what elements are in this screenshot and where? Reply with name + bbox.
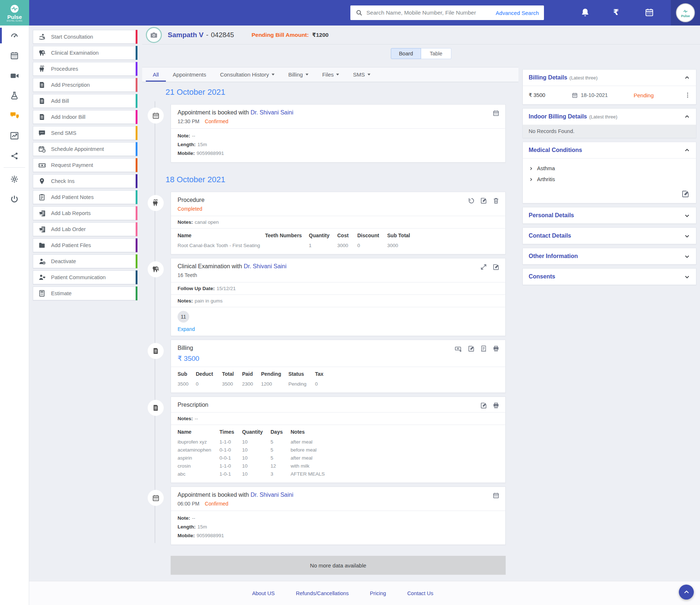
action-request-payment[interactable]: Request Payment [33, 158, 137, 172]
prescription-table: Name Times Quantity Days Notes ibuprofen… [171, 425, 505, 483]
footer-link-contact[interactable]: Contact Us [407, 590, 433, 596]
action-add-bill[interactable]: Add Bill [33, 94, 137, 108]
user-avatar[interactable]: Pulse [671, 0, 700, 26]
lab-flask-icon [10, 91, 19, 100]
action-send-sms[interactable]: Send SMS [33, 126, 137, 140]
personal-details-header[interactable]: Personal Details [523, 207, 696, 223]
followup-row: Follow Up Date:15/12/21 [171, 282, 505, 294]
action-clinical-examination[interactable]: Clinical Examination [33, 46, 137, 60]
color-stripe [136, 62, 137, 76]
other-information-header[interactable]: Other Information [523, 248, 696, 264]
advanced-search-link[interactable]: Advanced Search [496, 10, 539, 16]
more-options-button[interactable] [683, 92, 692, 98]
chevron-right-icon [529, 177, 533, 182]
tab-sms[interactable]: SMS [346, 67, 377, 82]
action-procedures[interactable]: Procedures [33, 62, 137, 76]
action-add-prescription[interactable]: Add Prescription [33, 78, 137, 92]
bill-doc-icon [38, 113, 46, 121]
brand-logo[interactable]: Pulse DIGITAL CLINIC [0, 0, 29, 26]
expand-fullscreen-icon[interactable] [480, 264, 487, 270]
mobile-line: Mobile:9059988991 [178, 151, 499, 156]
rail-item-video[interactable] [0, 66, 29, 86]
doctor-link[interactable]: Dr. Shivani Saini [250, 492, 293, 498]
tab-consultation-history[interactable]: Consultation History [213, 67, 281, 82]
rail-item-settings[interactable] [0, 169, 29, 189]
payments-rupee-icon[interactable]: ₹ [613, 7, 619, 17]
appointment-status: Confirmed [205, 118, 229, 124]
rail-item-calendar[interactable] [0, 46, 29, 66]
doctor-link[interactable]: Dr. Shivani Saini [250, 109, 293, 116]
receipt-icon[interactable] [480, 345, 487, 352]
footer-link-about[interactable]: About US [252, 590, 275, 596]
print-icon[interactable] [493, 402, 499, 409]
medical-condition-item[interactable]: Asthma [529, 163, 690, 174]
medical-conditions-header[interactable]: Medical Conditions [523, 142, 696, 159]
color-stripe [136, 30, 137, 44]
chevron-down-icon [684, 274, 690, 280]
color-stripe [136, 254, 137, 268]
medical-condition-item[interactable]: Arthritis [529, 174, 690, 185]
action-schedule-appointment[interactable]: Schedule Appointment [33, 142, 137, 156]
footer-link-refunds[interactable]: Refunds/Cancellations [296, 590, 349, 596]
avatar-circle: Pulse [676, 3, 695, 22]
appointment-card: Appointment is booked with Dr. Shivani S… [171, 487, 506, 545]
appointment-card: Appointment is booked with Dr. Shivani S… [171, 104, 506, 163]
consents-header[interactable]: Consents [523, 269, 696, 285]
action-deactivate[interactable]: Deactivate [33, 254, 137, 268]
action-add-lab-reports[interactable]: Add Lab Reports [33, 206, 137, 220]
dropdown-caret-icon [306, 74, 308, 75]
contact-details-header[interactable]: Contact Details [523, 228, 696, 244]
delete-trash-icon[interactable] [493, 197, 499, 204]
billing-details-header[interactable]: Billing Details (Latest three) [523, 70, 696, 86]
patient-name[interactable]: Sampath V [168, 31, 203, 39]
action-check-ins[interactable]: Check Ins [33, 174, 137, 188]
rail-item-lab[interactable] [0, 86, 29, 106]
tab-appointments[interactable]: Appointments [166, 67, 213, 82]
notifications-bell-icon[interactable] [580, 8, 590, 17]
action-add-patient-files[interactable]: Add Patient Files [33, 238, 137, 252]
rail-item-logout[interactable] [0, 189, 29, 209]
action-add-patient-notes[interactable]: Add Patient Notes [33, 190, 137, 204]
doctor-link[interactable]: Dr. Shivani Saini [244, 263, 286, 269]
calendar-icon[interactable] [493, 110, 499, 117]
appointment-title: Appointment is booked with Dr. Shivani S… [178, 492, 499, 498]
action-add-indoor-bill[interactable]: Add Indoor Bill [33, 110, 137, 124]
scroll-to-top-button[interactable] [679, 585, 694, 600]
table-toggle-button[interactable]: Table [421, 48, 451, 59]
indoor-billing-header[interactable]: Indoor Billing Details (Latest three) [523, 109, 696, 125]
edit-icon[interactable] [493, 264, 499, 270]
expand-link[interactable]: Expand [178, 326, 195, 332]
history-undo-icon[interactable] [468, 197, 475, 204]
action-patient-communication[interactable]: Patient Communication [33, 270, 137, 284]
consents-section: Consents [522, 268, 696, 285]
patient-photo-avatar[interactable] [146, 27, 162, 43]
rail-item-reports[interactable] [0, 126, 29, 146]
edit-icon[interactable] [480, 402, 487, 409]
search-input[interactable] [366, 9, 496, 16]
action-start-consultation[interactable]: Start Consultation [33, 30, 137, 44]
appointments-calendar-icon[interactable] [645, 8, 654, 17]
rail-item-share[interactable] [0, 146, 29, 166]
calendar-icon[interactable] [493, 492, 499, 499]
rail-item-chat[interactable] [0, 106, 29, 126]
action-add-lab-order[interactable]: Add Lab Order [33, 222, 137, 236]
rail-divider [4, 167, 25, 168]
board-toggle-button[interactable]: Board [391, 48, 421, 59]
edit-icon[interactable] [468, 345, 475, 352]
tooth-procedure-icon [38, 65, 46, 73]
tab-billing[interactable]: Billing [281, 67, 315, 82]
tab-files[interactable]: Files [315, 67, 346, 82]
rail-item-dashboard[interactable] [0, 26, 29, 46]
dropdown-caret-icon [336, 74, 339, 75]
footer-link-pricing[interactable]: Pricing [370, 590, 386, 596]
chevron-down-icon [684, 233, 690, 239]
action-estimate[interactable]: Estimate [33, 286, 137, 300]
appointment-time: 12:30 PM [178, 118, 199, 124]
request-payment-icon[interactable] [455, 345, 462, 353]
table-header-row: Sub Deduct Total Paid Pending Status Tax [178, 371, 499, 377]
tab-all[interactable]: All [146, 67, 166, 82]
print-icon[interactable] [493, 345, 499, 352]
edit-icon[interactable] [681, 190, 689, 198]
color-stripe [136, 94, 137, 108]
edit-icon[interactable] [480, 197, 487, 204]
